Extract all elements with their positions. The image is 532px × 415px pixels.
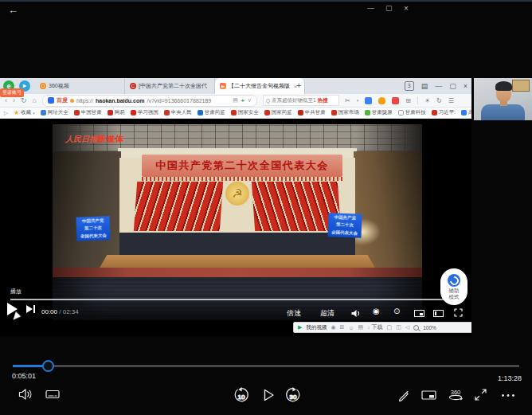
rewind-10-button[interactable]: 10 bbox=[233, 387, 250, 403]
bookmark-item[interactable]: 中国甘肃 bbox=[74, 109, 102, 116]
next-video-button[interactable] bbox=[26, 305, 35, 313]
nav-back-icon[interactable]: ‹ bbox=[5, 96, 7, 104]
back-button[interactable]: ← bbox=[8, 4, 18, 16]
nav-forward-icon[interactable]: › bbox=[13, 96, 15, 104]
url-field[interactable]: 百度 https://haokan.baidu.com/v?vid=913666… bbox=[42, 95, 257, 107]
page-seek-bar[interactable] bbox=[10, 299, 461, 300]
shield-extension-icon[interactable] bbox=[378, 97, 385, 104]
new-tab-button[interactable]: + bbox=[296, 80, 301, 90]
bookmarks-bar: ▷ ★ 收藏 ▾ 网址大全 中国甘肃 网易 学习强国 中央人民 甘肃药监 国家安… bbox=[0, 108, 471, 119]
bookmark-item[interactable]: 学习强国 bbox=[131, 109, 158, 116]
tab-360-video[interactable]: O 360视频 bbox=[35, 78, 125, 94]
bookmark-favicon bbox=[198, 110, 203, 115]
timeline-track[interactable] bbox=[13, 365, 519, 367]
theater-mode-icon[interactable] bbox=[433, 310, 444, 317]
history-undo-icon[interactable]: ↻ bbox=[436, 97, 442, 104]
fullscreen-button[interactable] bbox=[474, 388, 487, 401]
presenter-shirt bbox=[481, 104, 525, 120]
page-volume-icon[interactable] bbox=[350, 309, 362, 318]
quality-button[interactable]: 超清 bbox=[320, 308, 334, 319]
bookmark-item[interactable]: 中央人民 bbox=[164, 109, 192, 116]
theme-sun-icon[interactable]: ☀ bbox=[424, 97, 430, 104]
bookmark-favicon bbox=[331, 110, 337, 115]
forward-30-button[interactable]: 30 bbox=[284, 387, 302, 403]
speed-button[interactable]: 倍速 bbox=[287, 308, 301, 319]
bookmark-item[interactable]: 国家药监 bbox=[264, 109, 292, 116]
bookmark-item[interactable]: 习近平: bbox=[432, 109, 456, 116]
tab-report-video[interactable]: ▶ 【二十大报告金句视频版 × bbox=[215, 78, 305, 94]
maximize-button[interactable]: ▢ bbox=[385, 4, 393, 12]
play-button[interactable] bbox=[262, 388, 275, 402]
bookmark-favicon bbox=[264, 110, 270, 115]
url-dropdown-icon[interactable]: ∨ bbox=[248, 97, 252, 104]
bookmark-item[interactable]: 甘肃陇原 bbox=[365, 109, 393, 116]
save-icon[interactable]: ⊞ bbox=[340, 324, 345, 331]
bookmark-item[interactable]: 高德地图 bbox=[461, 109, 471, 116]
bookmark-add-icon[interactable]: + bbox=[241, 98, 244, 104]
bookmark-favicon bbox=[432, 110, 437, 115]
tab-count-badge[interactable]: 3 bbox=[405, 81, 414, 91]
sidebar-pin-icon[interactable]: ▷ bbox=[4, 110, 8, 116]
congress-banner: 中国共产党第二十次全国代表大会 bbox=[142, 155, 342, 177]
ink-pen-button[interactable] bbox=[397, 389, 410, 401]
tab-stack-icon[interactable]: ▤ bbox=[421, 82, 428, 90]
refresh-icon[interactable]: ↻ bbox=[21, 96, 27, 104]
browser-minimize-button[interactable]: — bbox=[435, 82, 442, 90]
pip-icon[interactable] bbox=[414, 310, 424, 317]
banner-fringe bbox=[142, 177, 342, 181]
bookmark-label: 甘肃科技 bbox=[405, 109, 426, 116]
star-icon: ★ bbox=[14, 109, 19, 116]
search-input[interactable]: Q 京东超值好物低至1 热搜 bbox=[263, 95, 339, 106]
login-badge[interactable]: 登录账号 bbox=[0, 88, 24, 97]
timeline-knob[interactable] bbox=[42, 360, 54, 372]
minimize-button[interactable]: — bbox=[367, 4, 374, 12]
emoji-icon[interactable]: ☺ bbox=[348, 325, 354, 331]
extension-blue-icon[interactable] bbox=[365, 97, 372, 104]
mouse-cursor bbox=[13, 311, 22, 322]
screenshot-icon[interactable]: ✂ bbox=[345, 97, 350, 104]
download-button[interactable]: ↓ 下载 bbox=[367, 323, 382, 331]
page-video-player[interactable]: 中国共产党第二十次全国代表大会 ☭ 中国共产党第二十次全国代表大会 中国共产党第… bbox=[0, 119, 471, 336]
my-video-label[interactable]: 我的视频 bbox=[306, 324, 327, 331]
mute-icon[interactable]: ◁ bbox=[405, 324, 409, 331]
favorites-button[interactable]: ★ 收藏 ▾ bbox=[14, 109, 35, 116]
zoom-magnifier-icon[interactable] bbox=[413, 325, 419, 331]
webcam-video[interactable] bbox=[474, 78, 532, 120]
browser-close-button[interactable]: × bbox=[464, 82, 467, 90]
360-view-button[interactable]: 360 bbox=[448, 388, 464, 401]
game-extension-icon[interactable] bbox=[392, 97, 399, 104]
home-icon[interactable]: ⌂ bbox=[33, 96, 37, 104]
address-bar: ‹ › ↻ ⌂ 百度 https://haokan.baidu.com/v?vi… bbox=[0, 94, 471, 108]
record-circle-icon[interactable]: ⊙ bbox=[393, 307, 400, 315]
apps-grid-icon[interactable]: ⊞ bbox=[405, 97, 411, 104]
browser-maximize-button[interactable]: ▢ bbox=[449, 82, 456, 90]
bookmark-label: 中央人民 bbox=[171, 109, 192, 116]
subtitles-icon[interactable] bbox=[45, 390, 60, 400]
video-picture[interactable]: 中国共产党第二十次全国代表大会 ☭ 中国共产党第二十次全国代表大会 中国共产党第… bbox=[53, 124, 422, 320]
reading-list-icon[interactable]: ▤ bbox=[233, 97, 238, 104]
print-icon[interactable]: ▢ bbox=[387, 324, 393, 331]
baidu-icon bbox=[48, 97, 54, 104]
bookmark-item[interactable]: 国家安全 bbox=[231, 109, 259, 116]
volume-icon[interactable] bbox=[18, 388, 33, 401]
side-screen-left: 中国共产党第二十次全国代表大会 bbox=[76, 216, 110, 241]
assist-mode-button[interactable]: 辅助模式 bbox=[440, 268, 467, 305]
window-icon[interactable]: ◫ bbox=[396, 324, 401, 331]
more-options-button[interactable] bbox=[501, 393, 515, 397]
shield-icon[interactable]: ◉ bbox=[331, 324, 335, 331]
bookmark-item[interactable]: 网易 bbox=[108, 109, 125, 116]
bookmark-label: 国家安全 bbox=[238, 109, 259, 116]
page-fullscreen-icon[interactable] bbox=[454, 308, 463, 317]
bookmark-item[interactable]: 中共甘肃 bbox=[298, 109, 326, 116]
zoom-level[interactable]: 100% bbox=[423, 325, 436, 331]
bookmark-item[interactable]: 甘肃药监 bbox=[198, 109, 225, 116]
bookmark-item[interactable]: 网址大全 bbox=[41, 109, 68, 116]
bookmark-item[interactable]: 国家市场 bbox=[331, 109, 359, 116]
screenshot-circle-icon[interactable]: ◉ bbox=[373, 307, 380, 315]
film-icon[interactable]: ▤ bbox=[358, 324, 364, 331]
mini-view-button[interactable] bbox=[421, 390, 436, 400]
tab-congress-news[interactable]: C [中国共产党第二十次全国代 bbox=[125, 78, 215, 94]
close-button[interactable]: × bbox=[404, 4, 409, 13]
bookmark-item[interactable]: 甘肃科技 bbox=[398, 109, 426, 116]
menu-icon[interactable]: ☰ bbox=[448, 97, 454, 104]
